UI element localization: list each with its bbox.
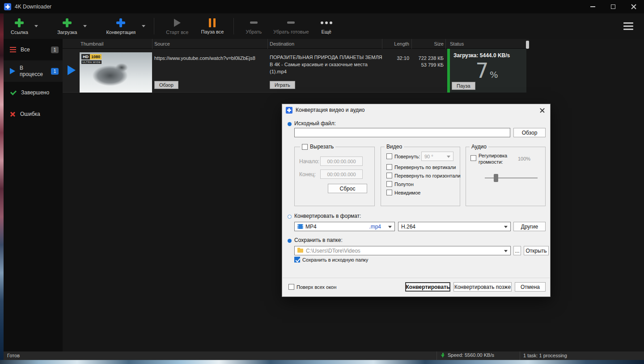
resume-play-icon[interactable] <box>68 65 76 75</box>
flip-vertical-row[interactable]: Перевернуть по вертикали <box>386 164 456 170</box>
folder-icon <box>297 249 303 253</box>
video-thumbnail[interactable]: HD 1080 ULTRA WIDE <box>80 52 152 93</box>
pause-all-button[interactable]: Пауза все <box>196 13 228 39</box>
dialog-close-button[interactable] <box>534 104 550 116</box>
volume-slider[interactable] <box>485 174 538 182</box>
more-button[interactable]: Ещё <box>316 13 337 39</box>
more-dots-icon <box>321 18 332 27</box>
format-radio[interactable] <box>288 215 292 219</box>
flip-horizontal-row[interactable]: Перевернуть по горизонтали <box>386 173 461 178</box>
download-dropdown[interactable] <box>80 13 90 39</box>
column-header-size[interactable]: Size <box>420 41 444 47</box>
format-combo[interactable]: MP4 .mp4 <box>294 222 395 231</box>
cancel-button[interactable]: Отмена <box>515 282 546 292</box>
browse-folder-button[interactable]: ... <box>513 246 521 255</box>
column-header-status[interactable]: Status <box>450 41 464 47</box>
status-ready-text: Готов <box>7 353 20 358</box>
flip-horizontal-checkbox[interactable] <box>386 173 392 178</box>
download-row[interactable]: HD 1080 ULTRA WIDE https://www.youtube.c… <box>63 49 526 93</box>
format-label: Конвертировать в формат: <box>294 213 361 219</box>
save-source-checkbox[interactable] <box>294 257 300 262</box>
browse-button[interactable]: Обзор <box>513 128 546 137</box>
pause-row-button[interactable]: Пауза <box>452 82 475 90</box>
status-cell: Загрузка: 5444.0 KB/s 7 % Пауза <box>447 49 526 93</box>
dialog-title-bar[interactable]: Конвертация видео и аудио <box>282 104 550 116</box>
save-source-row[interactable]: Сохранить в исходную папку <box>294 257 368 262</box>
add-link-button[interactable]: Ссылка <box>6 13 33 39</box>
invisible-row[interactable]: Невидимое <box>386 190 420 195</box>
halftone-label: Полутон <box>394 182 414 187</box>
conversion-dialog: Конвертация видео и аудио Исходный файл:… <box>282 104 551 297</box>
remove-finished-label: Убрать готовые <box>273 29 309 34</box>
remove-finished-button[interactable]: Убрать готовые <box>269 13 313 39</box>
other-formats-button[interactable]: Другие <box>513 222 546 231</box>
open-folder-button[interactable]: Открыть <box>524 246 549 255</box>
film-icon <box>297 224 303 229</box>
pause-icon <box>209 18 216 27</box>
slider-thumb[interactable] <box>494 174 498 182</box>
codec-combo[interactable]: H.264 <box>398 222 511 231</box>
sidebar-item-completed[interactable]: Завершено <box>4 82 63 103</box>
toolbar-separator <box>233 18 234 34</box>
menu-button[interactable] <box>621 20 636 33</box>
browse-source-button[interactable]: Обзор <box>154 81 178 89</box>
ontop-label: Поверх всех окон <box>297 284 336 290</box>
column-divider <box>382 39 382 49</box>
convert-later-button[interactable]: Конвертировать позже <box>453 282 512 292</box>
column-header-thumbnail[interactable]: Thumbnail <box>80 41 103 47</box>
convert-dropdown[interactable] <box>139 13 148 39</box>
sidebar-item-label: Ошибка <box>20 111 40 117</box>
sidebar-item-in-progress[interactable]: В процессе 1 <box>4 60 63 82</box>
speed-indicator: Speed: 5560.00 KB/s <box>441 352 494 358</box>
add-link-dropdown[interactable] <box>31 13 41 39</box>
end-time-input[interactable] <box>320 169 363 179</box>
cut-checkbox-row[interactable]: Вырезать <box>300 144 335 150</box>
reset-button[interactable]: Сброс <box>328 184 367 193</box>
dialog-title: Конвертация видео и аудио <box>296 107 364 113</box>
hd-badge: HD <box>81 54 90 59</box>
minimize-button[interactable] <box>582 0 603 13</box>
column-divider <box>267 39 268 49</box>
source-file-input[interactable] <box>294 128 510 137</box>
rotate-checkbox[interactable] <box>386 153 392 159</box>
start-all-button[interactable]: Старт все <box>161 13 193 39</box>
halftone-row[interactable]: Полутон <box>386 181 414 187</box>
codec-value: H.264 <box>401 224 415 230</box>
convert-button[interactable]: Конвертация <box>102 13 140 39</box>
folder-combo[interactable]: C:\Users\DTore\Videos <box>294 246 511 255</box>
close-button[interactable] <box>623 0 644 13</box>
invisible-checkbox[interactable] <box>386 190 392 195</box>
add-link-group: Ссылка <box>6 13 41 39</box>
rotate-combo[interactable]: 90 ° <box>421 152 453 161</box>
halftone-checkbox[interactable] <box>386 181 392 187</box>
column-divider <box>445 39 446 49</box>
slider-track[interactable] <box>485 178 538 178</box>
volume-checkbox[interactable] <box>470 155 476 161</box>
column-header-length[interactable]: Length <box>385 41 409 47</box>
play-icon <box>10 68 15 74</box>
start-time-input[interactable] <box>320 157 363 166</box>
sidebar-item-error[interactable]: Ошибка <box>4 103 63 125</box>
play-icon <box>174 19 181 27</box>
check-icon <box>10 89 17 96</box>
ontop-row[interactable]: Поверх всех окон <box>288 284 336 290</box>
convert-now-button[interactable]: Конвертировать <box>405 282 450 292</box>
plus-icon <box>116 18 126 28</box>
download-button[interactable]: Загрузка <box>53 13 81 39</box>
flip-vertical-checkbox[interactable] <box>386 164 392 170</box>
vertical-scrollbar-thumb[interactable] <box>526 41 529 49</box>
rotate-label: Повернуть: <box>394 154 420 159</box>
maximize-button[interactable] <box>603 0 623 13</box>
remove-button[interactable]: Убрать <box>241 13 266 39</box>
title-bar[interactable]: 4K Downloader <box>0 0 644 13</box>
play-file-button[interactable]: Играть <box>270 81 295 89</box>
column-header-destination[interactable]: Destination <box>270 41 294 47</box>
remove-label: Убрать <box>246 29 262 34</box>
cut-checkbox[interactable] <box>302 144 308 150</box>
column-header-source[interactable]: Source <box>154 41 170 47</box>
ontop-checkbox[interactable] <box>288 284 294 290</box>
download-speed-label: Загрузка: 5444.0 KB/s <box>453 52 510 59</box>
sidebar-item-all[interactable]: Все 1 <box>4 39 63 60</box>
folder-path: C:\Users\DTore\Videos <box>306 248 360 254</box>
column-divider <box>411 39 412 49</box>
